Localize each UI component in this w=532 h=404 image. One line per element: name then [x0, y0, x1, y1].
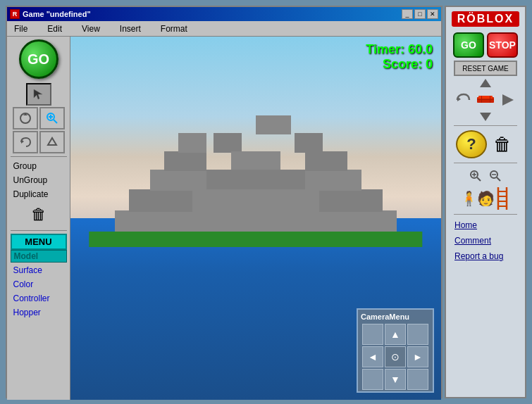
window-controls: _ □ ✕ — [402, 9, 438, 19]
hopper-item[interactable]: Hopper — [11, 306, 67, 319]
svg-rect-27 — [490, 96, 490, 103]
svg-rect-17 — [256, 115, 291, 134]
tool-row-3 — [13, 131, 65, 153]
ladder-icon[interactable] — [495, 187, 509, 210]
cam-btn-empty1 — [362, 324, 383, 345]
menu-file[interactable]: File — [10, 23, 32, 35]
cam-btn-up[interactable]: ▲ — [385, 324, 406, 345]
go-button[interactable]: GO — [19, 39, 58, 79]
hud-score: Score: 0 — [366, 57, 433, 72]
main-area: GO — [7, 37, 441, 400]
svg-rect-9 — [115, 210, 397, 232]
right-divider-1 — [454, 125, 517, 126]
camera-controls: ▲ ◄ ⊙ ► ▼ — [362, 324, 428, 390]
svg-marker-28 — [502, 94, 514, 106]
right-divider-2 — [454, 163, 517, 163]
cam-btn-left[interactable]: ◄ — [362, 346, 383, 367]
svg-line-34 — [497, 177, 500, 181]
app-icon: R — [10, 9, 20, 19]
surface-item[interactable]: Surface — [11, 264, 67, 277]
separator-2 — [11, 230, 67, 231]
svg-marker-8 — [48, 138, 56, 145]
brick-icon[interactable] — [476, 90, 495, 110]
undo-tool[interactable] — [13, 131, 38, 153]
arrow-right-icon[interactable] — [498, 90, 518, 110]
svg-rect-13 — [164, 151, 206, 171]
trash-icon[interactable]: 🗑 — [27, 202, 50, 227]
cam-btn-empty4 — [407, 369, 428, 390]
svg-line-30 — [477, 177, 481, 181]
cursor-tool[interactable] — [26, 83, 51, 106]
zoom-in-icon[interactable] — [467, 168, 484, 184]
menu-model-container: MENU Model — [11, 234, 67, 263]
stop-button-right[interactable]: STOP — [487, 32, 518, 58]
maximize-button[interactable]: □ — [414, 9, 426, 19]
left-toolbar: GO — [7, 37, 70, 400]
svg-rect-25 — [477, 99, 494, 100]
reset-button[interactable]: RESET GAME — [454, 61, 517, 76]
game-viewport[interactable]: Timer: 60.0 Score: 0 CameraMenu ▲ ◄ ⊙ ► — [70, 37, 441, 400]
report-bug-link[interactable]: Report a bug — [450, 250, 521, 263]
camera-menu: CameraMenu ▲ ◄ ⊙ ► ▼ — [357, 308, 434, 393]
title-bar-left: R Game "undefined" — [10, 9, 91, 19]
arrow-down-icon[interactable] — [480, 113, 491, 121]
window-title: Game "undefined" — [23, 10, 91, 18]
arrow-tool[interactable] — [39, 131, 65, 153]
menu-insert[interactable]: Insert — [116, 23, 145, 35]
brick-structure — [115, 112, 397, 239]
tool-row-1 — [26, 83, 51, 106]
camera-menu-title: CameraMenu — [361, 313, 409, 321]
menu-edit[interactable]: Edit — [43, 23, 66, 35]
hud-overlay: Timer: 60.0 Score: 0 — [366, 42, 433, 72]
model-label[interactable]: Model — [11, 250, 67, 263]
small-icons-row — [467, 168, 504, 184]
cam-btn-empty3 — [362, 369, 383, 390]
rotate-tool[interactable] — [13, 107, 38, 130]
trash-button-right[interactable]: 🗑 — [490, 130, 515, 158]
svg-rect-20 — [206, 170, 305, 191]
cam-btn-center[interactable]: ⊙ — [385, 346, 406, 367]
cam-btn-right[interactable]: ► — [407, 346, 428, 367]
close-button[interactable]: ✕ — [427, 9, 438, 19]
svg-rect-26 — [481, 96, 482, 103]
tool-row-2 — [13, 107, 65, 130]
zoom-tool[interactable] — [39, 107, 65, 130]
svg-rect-19 — [231, 151, 280, 171]
arrow-up-icon[interactable] — [480, 79, 491, 87]
controller-item[interactable]: Controller — [11, 292, 67, 305]
ungroup-item[interactable]: UnGroup — [11, 174, 67, 187]
svg-rect-18 — [295, 133, 323, 153]
roblox-logo: RÖBLOX — [452, 11, 519, 27]
minimize-button[interactable]: _ — [402, 9, 413, 19]
question-button[interactable]: ? — [456, 130, 487, 158]
menu-label[interactable]: MENU — [11, 234, 67, 250]
svg-rect-21 — [192, 189, 319, 212]
hud-timer: Timer: 60.0 — [366, 42, 433, 57]
group-item[interactable]: Group — [11, 160, 67, 172]
cam-btn-empty2 — [407, 324, 428, 345]
main-window: R Game "undefined" _ □ ✕ File Edit View … — [6, 6, 443, 398]
svg-marker-7 — [21, 139, 24, 144]
menu-view[interactable]: View — [78, 23, 104, 35]
figure-blue-icon[interactable]: 🧍 — [462, 187, 476, 210]
go-button-right[interactable]: GO — [453, 32, 484, 58]
figure-yellow-icon[interactable]: 🧑 — [478, 187, 493, 210]
svg-marker-0 — [34, 89, 42, 99]
comment-link[interactable]: Comment — [450, 234, 521, 247]
game-canvas: Timer: 60.0 Score: 0 CameraMenu ▲ ◄ ⊙ ► — [70, 37, 441, 400]
cam-btn-down[interactable]: ▼ — [385, 369, 406, 390]
svg-rect-15 — [178, 133, 206, 153]
menu-bar: File Edit View Insert Format — [7, 21, 441, 37]
undo-icon-right[interactable] — [453, 90, 473, 110]
home-link[interactable]: Home — [450, 219, 521, 232]
duplicate-item[interactable]: Duplicate — [11, 188, 67, 201]
color-item[interactable]: Color — [11, 278, 67, 291]
right-divider-3 — [454, 214, 517, 215]
title-bar: R Game "undefined" _ □ ✕ — [7, 7, 441, 21]
svg-rect-16 — [214, 133, 242, 153]
menu-format[interactable]: Format — [156, 23, 192, 35]
svg-rect-11 — [150, 170, 206, 191]
svg-rect-14 — [305, 151, 347, 171]
zoom-out-icon[interactable] — [487, 168, 504, 184]
go-stop-row: GO STOP — [450, 32, 521, 58]
